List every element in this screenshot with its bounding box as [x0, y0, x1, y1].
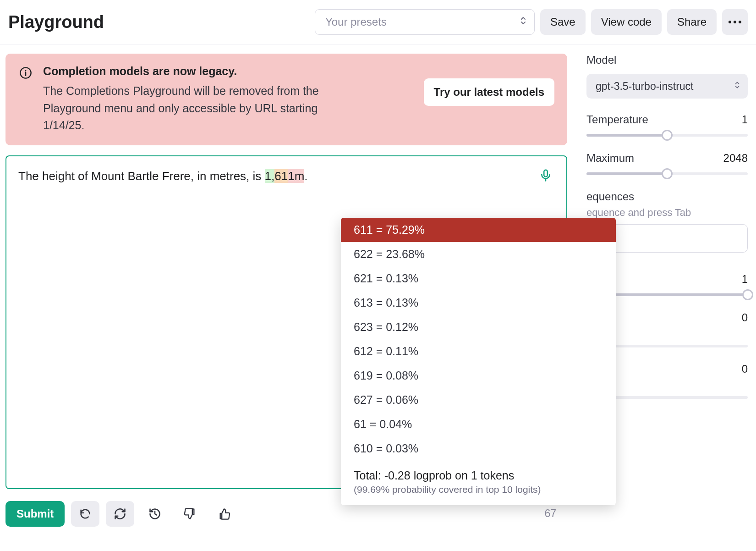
presets-select[interactable]: Your presets — [315, 9, 535, 35]
logprob-row[interactable]: 627 = 0.06% — [341, 388, 616, 412]
microphone-icon[interactable] — [539, 168, 553, 187]
regenerate-button[interactable] — [106, 501, 134, 527]
thumbs-down-icon — [183, 507, 196, 520]
thumbs-up-icon — [218, 507, 231, 520]
submit-button[interactable]: Submit — [5, 501, 65, 527]
svg-rect-3 — [544, 170, 548, 176]
logprob-row[interactable]: 61 = 0.04% — [341, 412, 616, 436]
maximum-label: Maximum — [586, 152, 634, 165]
chevron-up-down-icon — [520, 16, 527, 28]
try-latest-models-button[interactable]: Try our latest models — [424, 78, 554, 106]
logprob-coverage: (99.69% probability covered in top 10 lo… — [354, 484, 603, 495]
logprob-popup: 611 = 75.29%622 = 23.68%621 = 0.13%613 =… — [341, 218, 616, 505]
share-button[interactable]: Share — [667, 9, 717, 35]
maximum-length-param: Maximum 2048 — [586, 152, 748, 176]
temperature-param: Temperature 1 — [586, 113, 748, 137]
info-icon — [19, 66, 32, 81]
history-button[interactable] — [141, 501, 169, 527]
temperature-slider[interactable] — [586, 133, 748, 137]
token-highlight-pink: 1m — [288, 169, 304, 183]
logprob-row[interactable]: 612 = 0.11% — [341, 339, 616, 364]
stop-sequences-label-partial: equences — [586, 190, 634, 203]
logprob-row[interactable]: 619 = 0.08% — [341, 364, 616, 388]
token-highlight-orange: 61 — [274, 169, 288, 183]
legacy-warning-banner: Completion models are now legacy. The Co… — [5, 54, 567, 145]
undo-icon — [79, 507, 92, 520]
frequency-value: 0 — [742, 311, 748, 324]
logprob-row[interactable]: 610 = 0.03% — [341, 436, 616, 461]
presence-value: 0 — [742, 363, 748, 375]
save-button[interactable]: Save — [540, 9, 586, 35]
maximum-slider[interactable] — [586, 172, 748, 176]
token-highlight-green: 1, — [265, 169, 275, 183]
temperature-value: 1 — [742, 113, 748, 126]
history-icon — [148, 507, 161, 520]
dots-horizontal-icon — [729, 21, 741, 23]
editor-text: The height of Mount Bartle Frere, in met… — [18, 169, 308, 183]
chevron-up-down-icon — [734, 80, 740, 93]
stop-sequences-help-partial: equence and press Tab — [586, 207, 748, 219]
undo-button[interactable] — [71, 501, 99, 527]
model-value: gpt-3.5-turbo-instruct — [596, 80, 693, 93]
view-code-button[interactable]: View code — [591, 9, 662, 35]
logprob-row[interactable]: 623 = 0.12% — [341, 315, 616, 339]
editor-tail: . — [304, 169, 307, 183]
thumbs-down-button[interactable] — [175, 501, 204, 527]
logprob-row[interactable]: 621 = 0.13% — [341, 266, 616, 291]
temperature-label: Temperature — [586, 113, 648, 126]
thumbs-up-button[interactable] — [210, 501, 239, 527]
param-4-value: 1 — [742, 273, 748, 286]
editor-prefix: The height of Mount Bartle Frere, in met… — [18, 169, 265, 183]
warning-body: The Completions Playground will be remov… — [43, 83, 355, 134]
refresh-icon — [114, 507, 126, 520]
warning-title: Completion models are now legacy. — [43, 65, 413, 78]
more-button[interactable] — [722, 9, 748, 35]
page-title: Playground — [8, 12, 104, 32]
logprob-row[interactable]: 622 = 23.68% — [341, 242, 616, 266]
model-select[interactable]: gpt-3.5-turbo-instruct — [586, 74, 748, 99]
header-bar: Playground Your presets Save View code S… — [0, 0, 756, 44]
logprob-total: Total: -0.28 logprob on 1 tokens — [354, 469, 603, 482]
maximum-value: 2048 — [723, 152, 748, 165]
logprob-row[interactable]: 611 = 75.29% — [341, 218, 616, 242]
model-param: Model gpt-3.5-turbo-instruct — [586, 54, 748, 99]
presets-placeholder: Your presets — [325, 16, 387, 28]
logprob-row[interactable]: 613 = 0.13% — [341, 291, 616, 315]
model-label: Model — [586, 54, 616, 66]
token-count: 67 — [544, 507, 556, 520]
